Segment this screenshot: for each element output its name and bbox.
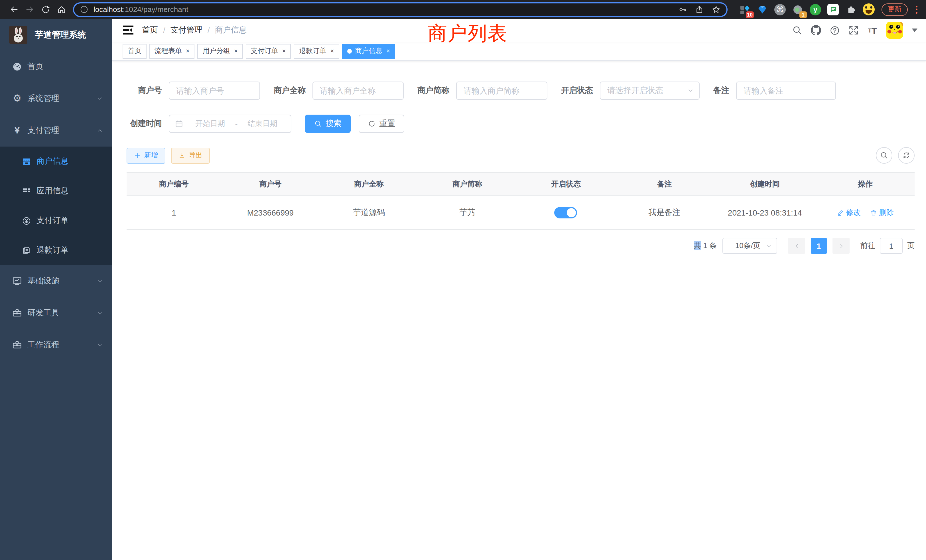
cell-status [517,195,615,230]
tab-home[interactable]: 首页 [123,44,147,59]
user-avatar[interactable] [886,22,903,39]
sidebar-item-pay-orders[interactable]: 支付订单 [0,206,112,236]
tab-process-form[interactable]: 流程表单 [150,44,195,59]
reset-button[interactable]: 重置 [359,115,404,133]
tab-close-icon[interactable] [330,48,334,54]
sidebar-item-workflow[interactable]: 工作流程 [0,329,112,361]
sidebar-item-merchant-info[interactable]: 商户信息 [0,147,112,176]
filter-row-1: 商户号 商户全称 商户简称 开启状态 请选择开启状态 [127,82,915,100]
tab-close-icon[interactable] [282,48,286,54]
profile-emoji-icon[interactable] [862,3,875,16]
extension-sketch-icon[interactable]: 10 [738,3,751,16]
breadcrumb-separator: / [207,26,210,35]
share-icon[interactable] [695,5,704,14]
cell-short-name: 芋艿 [418,195,517,230]
sidebar-item-infra[interactable]: 基础设施 [0,265,112,297]
sidebar-item-dev-tools[interactable]: 研发工具 [0,297,112,329]
bookmark-star-icon[interactable] [712,5,721,14]
tab-merchant-info[interactable]: 商户信息 [342,44,395,59]
cell-full-name: 芋道源码 [319,195,418,230]
help-icon[interactable] [830,25,840,35]
extensions-puzzle-icon[interactable] [844,3,857,16]
cell-merchant-id: 1 [127,195,221,230]
chevron-down-icon [96,310,103,316]
goto-page: 前往 页 [861,238,915,254]
tab-close-icon[interactable] [387,48,390,54]
pagination: 共 1 条 10条/页 1 前往 页 [127,238,915,254]
fullscreen-icon[interactable] [849,25,859,35]
merchant-no-input[interactable] [169,82,260,100]
font-size-icon[interactable]: TT [867,25,878,35]
next-page-button[interactable] [832,238,850,254]
monitor-chart-icon [12,276,22,286]
export-button[interactable]: 导出 [171,147,210,163]
tab-refund-order[interactable]: 退款订单 [294,44,339,59]
app-logo[interactable]: 芋道管理系统 [0,19,112,51]
url-path: :1024/pay/merchant [123,5,188,14]
breadcrumb-payment[interactable]: 支付管理 [171,25,203,35]
trash-icon [870,209,877,216]
sidebar-collapse-icon[interactable] [123,25,134,35]
browser-back-icon[interactable] [6,2,22,17]
add-button[interactable]: 新增 [127,147,165,163]
extension-recorder-icon[interactable]: 1 [791,3,804,16]
short-name-label: 商户简称 [418,86,449,96]
breadcrumb-current: 商户信息 [215,25,247,35]
url-host: localhost [94,5,123,14]
sidebar-item-home[interactable]: 首页 [0,51,112,83]
tab-close-icon[interactable] [234,48,238,54]
tab-user-group[interactable]: 用户分组 [198,44,243,59]
browser-home-icon[interactable] [54,2,70,17]
extension-badge: 1 [799,11,807,18]
extension-gem-icon[interactable] [756,3,769,16]
delete-button[interactable]: 删除 [870,207,894,218]
avatar-caret-down-icon[interactable] [912,29,917,32]
yen-circle-icon [22,216,31,226]
tab-pay-order[interactable]: 支付订单 [246,44,291,59]
sidebar-item-app-info[interactable]: 应用信息 [0,176,112,206]
sidebar-item-payment[interactable]: ¥ 支付管理 [0,115,112,147]
browser-forward-icon[interactable] [22,2,38,17]
sidebar-item-system[interactable]: ⚙ 系统管理 [0,83,112,115]
filter-create-time: 创建时间 开始日期 - 结束日期 [127,115,291,133]
command-glyph: ⌘ [774,4,786,15]
extension-y-icon[interactable]: y [809,3,822,16]
sidebar-item-label: 退款订单 [36,245,68,256]
edit-button[interactable]: 修改 [837,207,861,218]
calendar-icon [175,120,183,128]
github-icon[interactable] [811,25,821,35]
browser-update-button[interactable]: 更新 [882,3,908,16]
cell-remark: 我是备注 [615,195,714,230]
status-toggle[interactable] [555,207,577,218]
full-name-input[interactable] [312,82,404,100]
filter-full-name: 商户全称 [274,82,404,100]
date-range-picker[interactable]: 开始日期 - 结束日期 [169,115,291,133]
page-number-1[interactable]: 1 [811,238,827,254]
browser-reload-icon[interactable] [38,2,54,17]
cell-merchant-no: M233666999 [221,195,320,230]
site-info-icon[interactable] [80,5,88,14]
page-size-select[interactable]: 10条/页 [722,238,777,254]
tab-close-icon[interactable] [186,48,189,54]
extension-command-icon[interactable]: ⌘ [774,3,786,16]
sidebar-item-label: 研发工具 [27,308,96,318]
status-select[interactable]: 请选择开启状态 [600,82,700,100]
goto-page-input[interactable] [880,238,903,254]
search-button[interactable]: 搜索 [305,115,351,133]
prev-page-button[interactable] [788,238,805,254]
password-key-icon[interactable] [678,5,687,14]
yen-icon: ¥ [12,126,22,136]
browser-menu-icon[interactable] [912,3,920,16]
refresh-table-button[interactable] [898,147,915,163]
sidebar-item-refund-orders[interactable]: 退款订单 [0,236,112,265]
header-search-icon[interactable] [792,25,802,35]
breadcrumb-separator: / [163,26,165,35]
remark-input[interactable] [736,82,836,100]
show-search-button[interactable] [876,147,892,163]
payment-submenu: 商户信息 应用信息 支付订单 [0,147,112,265]
goto-suffix: 页 [907,241,915,251]
breadcrumb-home[interactable]: 首页 [142,25,158,35]
extension-chat-icon[interactable] [827,3,839,16]
short-name-input[interactable] [456,82,548,100]
url-bar[interactable]: localhost:1024/pay/merchant [73,2,728,17]
